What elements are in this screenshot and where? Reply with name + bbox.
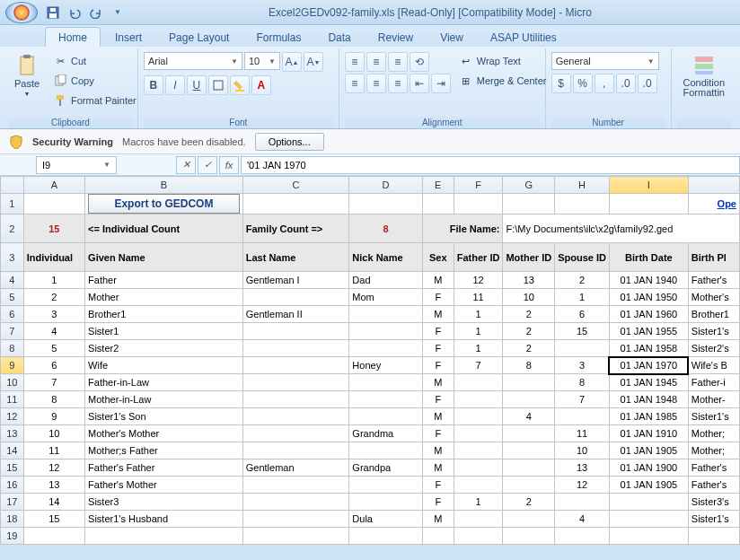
cell[interactable]: 01 JAN 1905 bbox=[609, 442, 688, 459]
row-1: 1 Export to GEDCOM Ope bbox=[1, 194, 740, 214]
bold-button[interactable]: B bbox=[144, 75, 163, 95]
group-clipboard: Paste ▼ ✂Cut Copy Format Painter Clipboa… bbox=[4, 48, 138, 128]
increase-decimal-button[interactable]: .0 bbox=[616, 74, 636, 93]
cell[interactable]: 01 JAN 1940 bbox=[609, 272, 688, 289]
orientation-button[interactable]: ⟲ bbox=[410, 52, 429, 72]
align-top-button[interactable]: ≡ bbox=[345, 52, 365, 72]
percent-button[interactable]: % bbox=[573, 74, 593, 93]
column-headers: A B C D E F G H I bbox=[1, 177, 740, 194]
currency-button[interactable]: $ bbox=[551, 74, 571, 93]
worksheet[interactable]: A B C D E F G H I 1 Export to GEDCOM Ope… bbox=[0, 176, 740, 545]
align-middle-button[interactable]: ≡ bbox=[366, 52, 386, 72]
security-options-button[interactable]: Options... bbox=[255, 133, 324, 151]
fx-button[interactable]: fx bbox=[219, 156, 239, 174]
col-G[interactable]: G bbox=[503, 177, 555, 194]
align-right-button[interactable]: ≡ bbox=[388, 74, 408, 93]
undo-icon[interactable] bbox=[66, 4, 83, 21]
col-D[interactable]: D bbox=[349, 177, 422, 194]
col-E[interactable]: E bbox=[422, 177, 454, 194]
selected-cell[interactable]: 01 JAN 1970 bbox=[609, 357, 688, 374]
border-button[interactable] bbox=[208, 75, 228, 95]
svg-rect-12 bbox=[695, 64, 713, 69]
fill-color-button[interactable] bbox=[230, 75, 250, 95]
paste-button[interactable]: Paste ▼ bbox=[9, 52, 45, 100]
cell[interactable]: 01 JAN 1960 bbox=[609, 306, 688, 323]
cell[interactable]: 01 JAN 1905 bbox=[609, 477, 688, 494]
cell[interactable]: 01 JAN 1900 bbox=[609, 459, 688, 477]
name-box[interactable]: I9▼ bbox=[36, 156, 117, 174]
align-bottom-button[interactable]: ≡ bbox=[388, 52, 408, 72]
col-I[interactable]: I bbox=[609, 177, 688, 194]
cell[interactable]: 01 JAN 1945 bbox=[609, 374, 688, 391]
number-format-combo[interactable]: General▼ bbox=[551, 52, 659, 70]
col-B[interactable]: B bbox=[85, 177, 243, 194]
decrease-decimal-button[interactable]: .0 bbox=[638, 74, 657, 93]
select-all-corner[interactable] bbox=[1, 177, 24, 194]
svg-rect-7 bbox=[57, 95, 64, 100]
svg-rect-9 bbox=[214, 81, 223, 90]
tab-home[interactable]: Home bbox=[45, 27, 101, 47]
conditional-formatting-button[interactable]: Condition Formattin bbox=[677, 52, 731, 101]
save-icon[interactable] bbox=[45, 4, 61, 21]
svg-rect-1 bbox=[49, 13, 57, 18]
family-count-label[interactable]: Family Count => bbox=[242, 214, 349, 243]
tab-view[interactable]: View bbox=[427, 28, 476, 47]
table-row: 129Sister1's SonM401 JAN 1985Sister1's bbox=[1, 408, 740, 425]
format-painter-button[interactable]: Format Painter bbox=[48, 92, 141, 109]
cell[interactable] bbox=[609, 511, 688, 528]
cell[interactable]: 01 JAN 1985 bbox=[609, 408, 688, 425]
shrink-font-button[interactable]: A▼ bbox=[304, 52, 323, 72]
tab-data[interactable]: Data bbox=[315, 28, 363, 47]
col-H[interactable]: H bbox=[555, 177, 610, 194]
cell[interactable] bbox=[609, 494, 688, 511]
cell[interactable]: 01 JAN 1958 bbox=[609, 340, 688, 357]
tab-asap-utilities[interactable]: ASAP Utilities bbox=[478, 28, 569, 47]
decrease-indent-button[interactable]: ⇤ bbox=[410, 74, 429, 93]
col-F[interactable]: F bbox=[454, 177, 503, 194]
align-center-button[interactable]: ≡ bbox=[366, 74, 386, 93]
grow-font-button[interactable]: A▲ bbox=[282, 52, 302, 72]
col-A[interactable]: A bbox=[23, 177, 84, 194]
col-C[interactable]: C bbox=[242, 177, 349, 194]
cell[interactable]: 01 JAN 1955 bbox=[609, 323, 688, 340]
font-color-button[interactable]: A bbox=[251, 75, 271, 95]
open-link[interactable]: Ope bbox=[688, 194, 739, 214]
cut-button[interactable]: ✂Cut bbox=[48, 52, 141, 70]
font-size-combo[interactable]: 10▼ bbox=[244, 52, 280, 70]
redo-icon[interactable] bbox=[88, 4, 104, 21]
individual-count-value[interactable]: 15 bbox=[23, 214, 84, 243]
tab-review[interactable]: Review bbox=[366, 28, 426, 47]
individual-count-label[interactable]: <= Individual Count bbox=[85, 214, 243, 243]
copy-button[interactable]: Copy bbox=[48, 72, 141, 90]
svg-rect-10 bbox=[235, 90, 244, 92]
comma-button[interactable]: , bbox=[595, 74, 614, 93]
svg-rect-11 bbox=[695, 57, 713, 62]
formula-input[interactable]: '01 JAN 1970 bbox=[241, 156, 740, 174]
table-row: 118Mother-in-LawF701 JAN 1948Mother- bbox=[1, 391, 740, 408]
tab-insert[interactable]: Insert bbox=[102, 28, 154, 47]
qat-dropdown-icon[interactable]: ▼ bbox=[110, 4, 126, 21]
cell[interactable]: 01 JAN 1948 bbox=[609, 391, 688, 408]
cancel-formula-button[interactable]: ✕ bbox=[176, 156, 196, 174]
office-button[interactable] bbox=[5, 2, 38, 23]
increase-indent-button[interactable]: ⇥ bbox=[431, 74, 451, 93]
enter-formula-button[interactable]: ✓ bbox=[198, 156, 217, 174]
row-2: 2 15 <= Individual Count Family Count =>… bbox=[1, 214, 740, 243]
export-gedcom-button[interactable]: Export to GEDCOM bbox=[88, 194, 240, 214]
table-row: 1815Sister1's HusbandDulaM4Sister1's bbox=[1, 511, 740, 528]
italic-button[interactable]: I bbox=[165, 75, 185, 95]
table-row: 74Sister1F121501 JAN 1955Sister1's bbox=[1, 323, 740, 340]
font-name-combo[interactable]: Arial▼ bbox=[144, 52, 242, 70]
cell[interactable]: 01 JAN 1950 bbox=[609, 289, 688, 306]
family-count-value[interactable]: 8 bbox=[349, 214, 422, 243]
filename-label[interactable]: File Name: bbox=[422, 214, 503, 243]
filename-value[interactable]: F:\My Documents\ilc\x2g\family92.ged bbox=[503, 214, 740, 243]
cell[interactable]: 01 JAN 1910 bbox=[609, 425, 688, 442]
col-J[interactable] bbox=[688, 177, 739, 194]
title-bar: ▼ Excel2GEDv092-family.xls [Read-Only] [… bbox=[0, 0, 740, 25]
group-number: General▼ $ % , .0 .0 Number bbox=[546, 48, 672, 128]
tab-formulas[interactable]: Formulas bbox=[243, 28, 313, 47]
align-left-button[interactable]: ≡ bbox=[345, 74, 365, 93]
underline-button[interactable]: U bbox=[187, 75, 207, 95]
tab-page-layout[interactable]: Page Layout bbox=[156, 28, 242, 47]
